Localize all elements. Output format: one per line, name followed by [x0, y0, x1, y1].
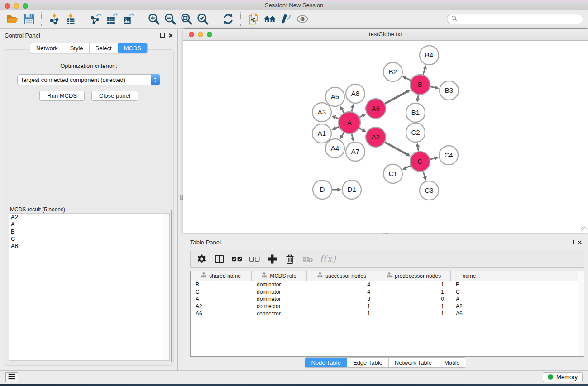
cell[interactable]: 1 — [377, 303, 451, 310]
graph-edge-C-C3[interactable] — [423, 172, 425, 177]
cell[interactable]: 0 — [377, 296, 451, 302]
list-item[interactable]: C — [9, 235, 169, 243]
graph-edge-A-A1[interactable] — [335, 127, 339, 129]
list-item[interactable]: A6 — [9, 243, 169, 250]
cell[interactable]: 1 — [377, 310, 451, 317]
column-header[interactable]: name — [451, 271, 488, 281]
export-network-icon[interactable] — [88, 12, 104, 26]
cell[interactable]: 1 — [377, 281, 451, 288]
column-header[interactable]: successor nodes — [307, 271, 377, 281]
duplicate-network-icon[interactable] — [245, 12, 262, 26]
cell[interactable]: C — [451, 289, 488, 295]
network-close-button[interactable] — [189, 32, 194, 37]
table-row[interactable]: Bdominator41B — [191, 281, 584, 288]
cell[interactable]: A — [191, 296, 252, 302]
scrollbar[interactable] — [163, 214, 169, 360]
zoom-out-icon[interactable] — [162, 12, 178, 26]
network-minimize-button[interactable] — [198, 32, 203, 37]
list-item[interactable]: B — [9, 228, 169, 235]
cell[interactable]: A2 — [451, 303, 488, 310]
cell[interactable]: A6 — [451, 310, 488, 317]
cell[interactable]: connector — [252, 303, 307, 310]
minimize-window-button[interactable] — [14, 3, 19, 9]
table-row[interactable]: A6connector11A6 — [191, 310, 584, 317]
tab-node-table[interactable]: Node Table — [305, 358, 347, 367]
network-zoom-button[interactable] — [207, 32, 212, 37]
scrollbar[interactable] — [578, 271, 584, 356]
zoom-window-button[interactable] — [23, 3, 28, 9]
float-panel-icon[interactable] — [160, 33, 165, 38]
cell[interactable]: dominator — [252, 296, 307, 302]
export-table-icon[interactable] — [104, 12, 120, 26]
column-header[interactable]: predecessor nodes — [377, 271, 451, 281]
list-item[interactable]: A — [9, 221, 169, 228]
graph-edge-C-C2[interactable] — [418, 146, 419, 152]
graph-edge-A2-C[interactable] — [385, 142, 408, 155]
run-mcds-button[interactable]: Run MCDS — [39, 91, 85, 101]
tab-select[interactable]: Select — [89, 43, 118, 53]
graph-edge-A-A7[interactable] — [352, 133, 353, 138]
graph-edge-B-B4[interactable] — [423, 68, 425, 75]
zoom-selected-icon[interactable] — [195, 12, 211, 26]
close-panel-icon[interactable] — [169, 33, 173, 38]
graph-edge-A-A2[interactable] — [359, 128, 363, 130]
cell[interactable]: B — [451, 281, 488, 288]
cell[interactable]: 1 — [307, 310, 377, 317]
cell[interactable]: A — [451, 296, 488, 302]
close-window-button[interactable] — [5, 3, 10, 9]
tab-edge-table[interactable]: Edge Table — [347, 358, 388, 367]
select-all-icon[interactable] — [229, 252, 244, 266]
cell[interactable]: B — [191, 281, 252, 288]
eye-icon[interactable] — [294, 12, 311, 26]
show-columns-icon[interactable] — [212, 252, 226, 266]
float-table-panel-icon[interactable] — [569, 240, 574, 244]
graph-edge-B-B2[interactable] — [405, 78, 411, 81]
add-icon[interactable] — [265, 252, 279, 266]
import-table-icon[interactable] — [62, 12, 79, 26]
graph-edge-A-A8[interactable] — [352, 107, 353, 111]
import-network-icon[interactable] — [46, 12, 62, 26]
pen-icon[interactable] — [278, 12, 294, 26]
graph-edge-C-C1[interactable] — [405, 166, 411, 168]
refresh-icon[interactable] — [220, 12, 236, 26]
tab-motifs[interactable]: Motifs — [438, 358, 466, 367]
close-table-panel-icon[interactable] — [578, 240, 582, 244]
table-row[interactable]: Adominator80A — [191, 295, 584, 303]
cell[interactable]: 1 — [377, 289, 451, 295]
graph-edge-B-B1[interactable] — [418, 95, 419, 100]
export-image-icon[interactable] — [120, 12, 137, 26]
graph-edge-A-A3[interactable] — [335, 117, 339, 119]
graph-edge-A-A5[interactable] — [342, 109, 344, 113]
cell[interactable]: A6 — [191, 310, 252, 317]
network-canvas[interactable]: B4B2BB3A5A8A6A3B1AA1C2A2A4A7C4CC1C3DD1 — [183, 41, 588, 233]
home-icon[interactable] — [262, 12, 278, 26]
cell[interactable]: 1 — [307, 303, 377, 310]
column-header[interactable]: MCDS role — [252, 271, 307, 281]
graph-edge-C-C4[interactable] — [430, 158, 435, 160]
table-row[interactable]: A2connector11A2 — [191, 303, 584, 310]
criterion-dropdown[interactable]: largest connected component (directed) — [17, 74, 160, 85]
open-folder-icon[interactable] — [5, 12, 21, 26]
save-icon[interactable] — [21, 12, 37, 26]
search-input[interactable] — [459, 15, 579, 23]
cell[interactable]: dominator — [252, 289, 307, 295]
window-resize-grip[interactable] — [581, 226, 587, 232]
cell[interactable]: dominator — [252, 281, 307, 288]
cell[interactable]: connector — [252, 310, 307, 317]
tab-style[interactable]: Style — [64, 43, 89, 53]
table-row[interactable]: Cdominator41C — [191, 288, 584, 295]
tab-network[interactable]: Network — [30, 43, 64, 53]
unselect-all-icon[interactable] — [247, 252, 262, 266]
graph-edge-A6-B[interactable] — [385, 91, 408, 104]
column-header[interactable]: shared name — [191, 271, 252, 281]
cell[interactable]: 8 — [307, 296, 377, 302]
list-item[interactable]: A2 — [9, 214, 169, 221]
graph-edge-A-A4[interactable] — [342, 133, 344, 137]
cell[interactable]: C — [191, 289, 252, 295]
zoom-in-icon[interactable] — [146, 12, 162, 26]
tab-mcds[interactable]: MCDS — [118, 43, 147, 53]
graph-edge-B-B3[interactable] — [430, 87, 436, 88]
close-panel-button[interactable]: Close panel — [91, 91, 138, 101]
settings-gear-icon[interactable] — [194, 252, 209, 266]
graph-edge-A-A6[interactable] — [359, 115, 363, 118]
